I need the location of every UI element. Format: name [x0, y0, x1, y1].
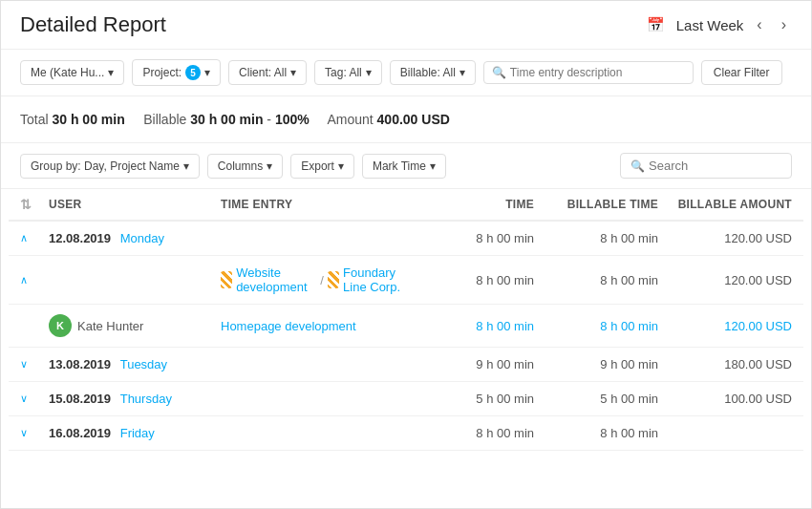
next-week-button[interactable]: ›	[776, 14, 792, 35]
billable-time-value: 9 h 00 min	[534, 357, 658, 371]
table-search: 🔍	[620, 153, 792, 179]
dropdown-icon: ▾	[338, 159, 344, 173]
client-filter-label: Client: All	[239, 66, 287, 79]
summary-bar: Total 30 h 00 min Billable 30 h 00 min -…	[1, 96, 811, 143]
page-title: Detailed Report	[20, 12, 166, 37]
table-row: ∨ 13.08.2019 Tuesday 9 h 00 min 9 h 00 m…	[9, 348, 803, 382]
chevron-icon[interactable]: ∧	[20, 232, 49, 244]
billable-label: Billable	[143, 112, 186, 127]
chevron-icon[interactable]: ∨	[20, 392, 49, 405]
dropdown-icon: ▾	[204, 66, 210, 79]
total-value: 30 h 00 min	[52, 112, 124, 127]
col-sort: ⇅	[20, 197, 49, 212]
project-icon-2	[328, 271, 339, 288]
header-right: 📅 Last Week ‹ ›	[647, 14, 792, 35]
billable-time-value: 5 h 00 min	[534, 392, 658, 406]
billable-filter-button[interactable]: Billable: All ▾	[390, 60, 476, 85]
group-by-label: Group by: Day, Project Name	[31, 159, 180, 173]
col-billable-amount: Billable Amount	[658, 198, 792, 211]
week-label: Last Week	[676, 17, 744, 33]
table-row: ∧ Website development / Foundary Line Co…	[9, 256, 803, 305]
date-label: 15.08.2019 Thursday	[49, 392, 221, 406]
user-name: K Kate Hunter	[49, 314, 221, 337]
columns-button[interactable]: Columns ▾	[207, 154, 283, 179]
header: Detailed Report 📅 Last Week ‹ ›	[1, 1, 811, 50]
tag-filter-button[interactable]: Tag: All ▾	[314, 60, 382, 85]
amount-value: 400.00 USD	[377, 112, 450, 127]
table-row: ∨ 15.08.2019 Thursday 5 h 00 min 5 h 00 …	[9, 382, 803, 416]
project-count-badge: 5	[185, 65, 201, 80]
export-label: Export	[301, 159, 334, 173]
date-label: 13.08.2019 Tuesday	[49, 357, 221, 371]
time-value[interactable]: 8 h 00 min	[419, 319, 534, 333]
time-value: 9 h 00 min	[419, 357, 534, 371]
sort-icon: ⇅	[20, 197, 32, 212]
prev-week-button[interactable]: ‹	[751, 14, 767, 35]
col-time: Time	[419, 198, 534, 211]
dropdown-icon: ▾	[183, 159, 189, 173]
dropdown-icon: ▾	[290, 66, 296, 79]
time-value: 8 h 00 min	[419, 231, 534, 245]
tag-filter-label: Tag: All	[325, 66, 362, 79]
user-filter-label: Me (Kate Hu...	[31, 66, 104, 79]
avatar: K	[49, 314, 72, 337]
amount-value: 120.00 USD	[658, 231, 792, 245]
user-filter-button[interactable]: Me (Kate Hu... ▾	[20, 60, 124, 85]
group-by-button[interactable]: Group by: Day, Project Name ▾	[20, 154, 200, 179]
search-icon: 🔍	[492, 66, 506, 79]
table-search-input[interactable]	[649, 159, 781, 173]
columns-label: Columns	[218, 159, 263, 173]
amount-value: 120.00 USD	[658, 273, 792, 287]
time-value: 8 h 00 min	[419, 426, 534, 440]
project-filter-label: Project:	[142, 66, 182, 79]
project-icon-1	[221, 271, 232, 288]
project-name: Website development / Foundary Line Corp…	[221, 265, 419, 294]
date-label: 16.08.2019 Friday	[49, 426, 221, 440]
date-label: 12.08.2019 Monday	[49, 231, 221, 245]
billable-value: 30 h 00 min	[190, 112, 263, 127]
search-icon: 🔍	[630, 159, 645, 173]
amount-value: 100.00 USD	[658, 392, 792, 406]
mark-time-label: Mark Time	[373, 159, 426, 173]
toolbar: Group by: Day, Project Name ▾ Columns ▾ …	[1, 143, 811, 189]
dropdown-icon: ▾	[366, 66, 372, 79]
time-entry-link[interactable]: Homepage development	[221, 319, 356, 333]
billable-filter-label: Billable: All	[400, 66, 456, 79]
time-value: 8 h 00 min	[419, 273, 534, 287]
time-value: 5 h 00 min	[419, 392, 534, 406]
project-filter-button[interactable]: Project: 5 ▾	[132, 59, 221, 86]
col-user: User	[49, 198, 221, 211]
table-container: ⇅ User Time Entry Time Billable Time Bil…	[1, 189, 811, 451]
dropdown-icon: ▾	[108, 66, 114, 79]
dropdown-icon: ▾	[459, 66, 465, 79]
clear-filter-button[interactable]: Clear Filter	[701, 60, 782, 85]
table-row: K Kate Hunter Homepage development 8 h 0…	[9, 305, 803, 348]
billable-time-value: 8 h 00 min	[534, 231, 658, 245]
chevron-icon[interactable]: ∧	[20, 274, 49, 286]
billable-time-value: 8 h 00 min	[534, 273, 658, 287]
dropdown-icon: ▾	[267, 159, 272, 173]
calendar-icon: 📅	[647, 16, 665, 33]
table-row: ∨ 16.08.2019 Friday 8 h 00 min 8 h 00 mi…	[9, 416, 803, 451]
chevron-icon[interactable]: ∨	[20, 427, 49, 439]
mark-time-button[interactable]: Mark Time ▾	[362, 154, 446, 179]
description-search-input[interactable]	[510, 66, 685, 79]
billable-time-value: 8 h 00 min	[534, 319, 658, 333]
amount-value: 120.00 USD	[658, 319, 792, 333]
description-search: 🔍	[483, 61, 694, 84]
chevron-icon[interactable]: ∨	[20, 358, 49, 371]
filter-bar: Me (Kate Hu... ▾ Project: 5 ▾ Client: Al…	[1, 50, 811, 96]
col-time-entry: Time Entry	[221, 198, 419, 211]
table-row: ∧ 12.08.2019 Monday 8 h 00 min 8 h 00 mi…	[9, 222, 803, 256]
client-filter-button[interactable]: Client: All ▾	[228, 60, 307, 85]
billable-time-value: 8 h 00 min	[534, 426, 658, 440]
total-label: Total	[20, 112, 49, 127]
dropdown-icon: ▾	[430, 159, 436, 173]
amount-value: 180.00 USD	[658, 357, 792, 371]
app-container: Detailed Report 📅 Last Week ‹ › Me (Kate…	[0, 0, 812, 509]
project-label-1[interactable]: Website development	[236, 265, 316, 294]
export-button[interactable]: Export ▾	[290, 154, 354, 179]
project-label-2[interactable]: Foundary Line Corp.	[343, 265, 419, 294]
amount-label: Amount	[327, 112, 373, 127]
table-header: ⇅ User Time Entry Time Billable Time Bil…	[9, 189, 803, 222]
